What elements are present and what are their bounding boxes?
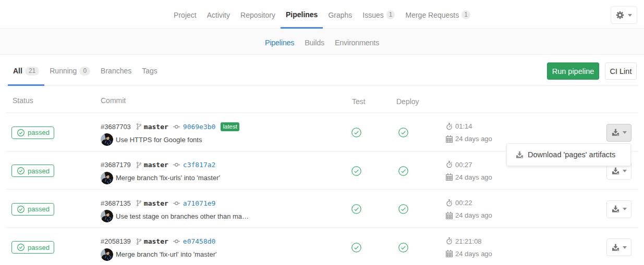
issues-count-badge: 1 [386,10,395,19]
download-icon [612,167,619,175]
status-badge-passed[interactable]: passed [11,241,54,254]
subnav-item-pipelines[interactable]: Pipelines [260,29,299,55]
passed-check-icon [17,244,25,251]
caret-down-icon [623,131,627,134]
pipeline-duration: 00:22 [455,199,472,207]
commit-icon [173,162,180,167]
pipeline-age: 24 days ago [455,250,492,258]
nav-item-project[interactable]: Project [168,0,202,29]
timer-icon [446,237,453,245]
artifacts-download-dropdown-button[interactable] [606,238,631,256]
commit-message-link[interactable]: Use test stage on branches other than ma… [116,212,249,220]
pipeline-id[interactable]: #3687135 [101,199,131,207]
download-icon [516,151,524,159]
tab-branches[interactable]: Branches [95,56,137,86]
pipeline-row: passed #3687135 master a71071e9 Use test… [6,190,638,228]
running-count-badge: 0 [79,67,90,75]
pipeline-duration: 00:27 [455,161,472,169]
tab-tags[interactable]: Tags [137,56,163,86]
caret-down-icon [623,170,627,172]
branch-link[interactable]: master [144,199,168,207]
download-icon [612,244,619,251]
branch-link[interactable]: master [144,161,168,169]
test-stage-passed-icon[interactable] [351,243,361,253]
commit-sha-link[interactable]: 9069e3b0 [183,123,216,131]
download-icon [612,129,619,136]
pipelines-table: Status Commit Test Deploy passed #368770… [6,86,638,265]
test-stage-passed-icon[interactable] [351,166,361,176]
branch-icon [137,123,141,130]
download-pages-artifacts-item[interactable]: Download 'pages' artifacts [528,150,615,159]
header-deploy: Deploy [394,95,441,106]
pipeline-duration: 01:14 [455,122,472,130]
timer-icon [446,161,453,168]
calendar-icon [446,250,453,257]
nav-item-activity[interactable]: Activity [202,0,235,29]
artifacts-download-dropdown-button[interactable] [606,200,631,218]
latest-badge: latest [221,122,239,131]
commit-sha-link[interactable]: c3f817a2 [183,161,216,169]
nav-item-graphs[interactable]: Graphs [323,0,357,29]
pipeline-duration: 21:21:08 [455,237,482,245]
pipeline-age: 24 days ago [455,211,492,219]
branch-link[interactable]: master [144,237,168,245]
branch-icon [137,238,141,245]
nav-item-merge-requests[interactable]: Merge Requests1 [400,0,475,29]
nav-item-issues[interactable]: Issues1 [357,0,400,29]
branch-link[interactable]: master [144,123,168,131]
pipeline-row: passed #2058139 master e07458d0 Merge br… [6,228,638,265]
passed-check-icon [17,167,25,174]
subnav-item-builds[interactable]: Builds [299,29,330,55]
nav-item-pipelines[interactable]: Pipelines [281,0,323,29]
deploy-stage-passed-icon[interactable] [398,243,408,253]
status-badge-passed[interactable]: passed [11,203,54,216]
test-stage-passed-icon[interactable] [351,204,361,214]
commit-icon [173,124,180,129]
timer-icon [446,199,453,207]
branch-icon [137,162,141,168]
avatar [101,133,113,146]
ci-subnav: Pipelines Builds Environments [0,29,644,55]
pipeline-id[interactable]: #3687703 [101,123,131,131]
deploy-stage-passed-icon[interactable] [398,128,408,137]
test-stage-passed-icon[interactable] [351,128,361,137]
passed-check-icon [17,206,25,213]
caret-down-icon [623,246,627,249]
tab-all[interactable]: All21 [8,56,44,86]
commit-sha-link[interactable]: e07458d0 [183,237,216,245]
download-icon [612,205,619,213]
pipeline-age: 24 days ago [455,173,492,181]
artifacts-download-dropdown-button[interactable] [606,124,631,142]
calendar-icon [446,173,453,181]
caret-down-icon [623,208,627,210]
passed-check-icon [17,129,25,136]
deploy-stage-passed-icon[interactable] [398,204,408,214]
nav-item-repository[interactable]: Repository [235,0,281,29]
commit-message-link[interactable]: Merge branch 'fix-urls' into 'master' [116,174,220,182]
pipelines-toolbar: All21 Running0 Branches Tags Run pipelin… [6,56,638,86]
pipeline-rows: passed #3687703 master 9069e3b0 latest U… [6,113,638,265]
pipeline-id[interactable]: #3687179 [101,161,131,169]
status-badge-passed[interactable]: passed [11,165,54,177]
gear-icon [616,11,624,19]
pipeline-id[interactable]: #2058139 [101,237,131,245]
pipeline-age: 24 days ago [455,135,492,143]
merge-requests-count-badge: 1 [461,10,470,19]
project-navbar: Project Activity Repository Pipelines Gr… [0,0,644,29]
status-badge-passed[interactable]: passed [11,127,54,139]
commit-message-link[interactable]: Use HTTPS for Google fonts [116,136,202,144]
deploy-stage-passed-icon[interactable] [398,166,408,176]
commit-sha-link[interactable]: a71071e9 [183,199,216,207]
project-settings-dropdown-button[interactable] [611,6,637,24]
project-nav-list: Project Activity Repository Pipelines Gr… [0,0,644,29]
ci-lint-button[interactable]: CI Lint [605,62,637,80]
avatar [101,172,113,184]
calendar-icon [446,135,453,143]
table-header: Status Commit Test Deploy [6,86,638,113]
caret-down-icon [628,14,632,17]
tab-running[interactable]: Running0 [44,56,95,86]
header-commit: Commit [94,96,347,105]
subnav-item-environments[interactable]: Environments [330,29,384,55]
commit-message-link[interactable]: Merge branch 'fix-url' into 'master' [116,250,216,258]
run-pipeline-button[interactable]: Run pipeline [547,62,599,80]
